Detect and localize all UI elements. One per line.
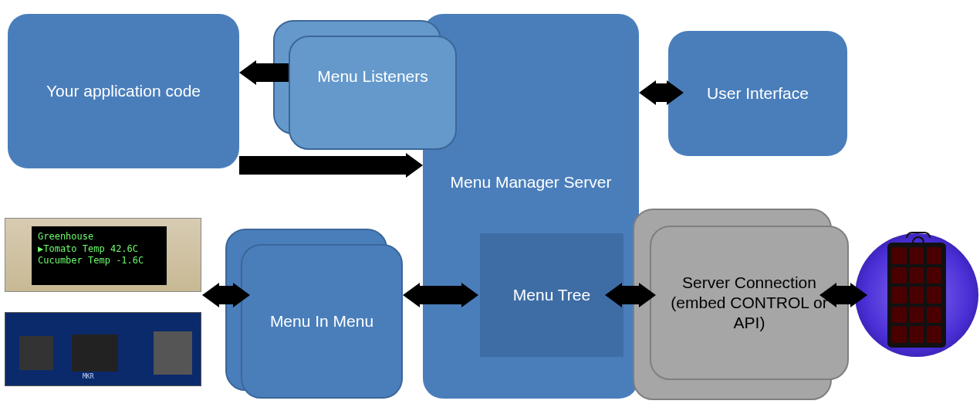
- menu-in-menu-box: Menu In Menu: [241, 244, 403, 399]
- arrow-mim-tree-left: [403, 283, 420, 307]
- arrow-srv-remote-shaft: [836, 286, 850, 304]
- oled-line3: Cucumber Temp -1.6C: [38, 255, 161, 267]
- arrow-srv-remote-left: [819, 283, 836, 307]
- arrow-tree-srv-shaft: [622, 286, 639, 304]
- app-code-label: Your application code: [46, 81, 201, 101]
- menu-tree-box: Menu Tree: [480, 233, 623, 357]
- arrow-manager-ui-shaft: [656, 83, 667, 102]
- oled-line2: ▶Tomato Temp 42.6C: [38, 243, 161, 256]
- user-interface-label: User Interface: [707, 83, 809, 104]
- arrow-tree-srv-left: [605, 283, 622, 307]
- diagram-stage: { "boxes": { "app_code": "Your applicati…: [0, 0, 980, 404]
- arrow-mim-tree-right: [461, 283, 478, 307]
- arrow-srv-remote-right: [850, 283, 867, 307]
- app-code-box: Your application code: [8, 14, 239, 168]
- menu-tree-label: Menu Tree: [513, 285, 590, 305]
- arrow-listeners-to-app-head: [239, 60, 256, 85]
- oled-screen: Greenhouse ▶Tomato Temp 42.6C Cucumber T…: [32, 226, 167, 285]
- server-connection-label: Server Connection (embed CONTROL or API): [657, 273, 841, 334]
- arrow-listeners-to-app: [256, 63, 289, 82]
- arrow-app-to-manager-head: [406, 153, 423, 178]
- arrow-hw-mim-right: [233, 283, 250, 307]
- arrow-hw-mim-left: [202, 283, 219, 307]
- arrow-hw-mim-shaft: [219, 286, 233, 304]
- menu-in-menu-label: Menu In Menu: [270, 311, 373, 331]
- menu-listeners-box: Menu Listeners: [289, 36, 457, 150]
- oled-line1: Greenhouse: [38, 231, 161, 243]
- remote-control-icon: [855, 233, 978, 357]
- arrow-tree-srv-right: [639, 283, 656, 307]
- arrow-mim-tree-shaft: [420, 286, 461, 304]
- menu-manager-label: Menu Manager Server: [423, 172, 639, 192]
- arrow-manager-ui-right: [667, 80, 684, 105]
- arrow-app-to-manager: [239, 156, 406, 175]
- microcontroller-oled-board-icon: Greenhouse ▶Tomato Temp 42.6C Cucumber T…: [5, 218, 201, 292]
- arrow-manager-ui-left: [639, 80, 656, 105]
- microcontroller-ethernet-board-icon: MKR: [5, 312, 201, 386]
- user-interface-box: User Interface: [668, 31, 847, 156]
- menu-listeners-label: Menu Listeners: [290, 66, 455, 87]
